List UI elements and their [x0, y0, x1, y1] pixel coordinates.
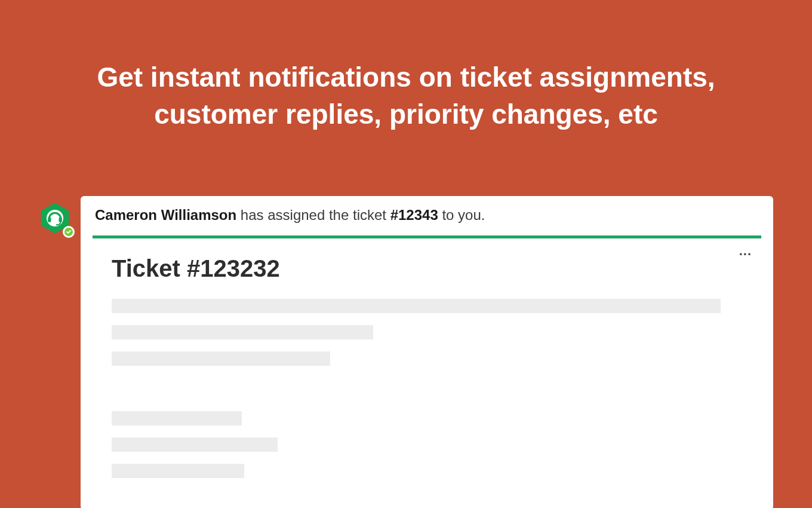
ticket-title: Ticket #123232 [112, 255, 753, 282]
ticket-body: ··· Ticket #123232 [81, 238, 773, 490]
app-avatar [39, 202, 71, 234]
notification-actor: Cameron Williamson [95, 207, 236, 223]
svg-rect-3 [59, 217, 61, 222]
check-icon [63, 226, 75, 238]
placeholder-line [112, 351, 330, 366]
ticket-content-placeholder [112, 299, 753, 478]
notification-card-wrap: Cameron Williamson has assigned the tick… [81, 196, 773, 508]
placeholder-line [112, 299, 721, 313]
page-headline: Get instant notifications on ticket assi… [0, 0, 812, 133]
placeholder-line [112, 411, 242, 426]
notification-verb-prefix: has assigned the ticket [236, 207, 390, 223]
notification-ticket-ref: #12343 [390, 207, 438, 223]
notification-verb-suffix: to you. [438, 207, 485, 223]
notification-message: Cameron Williamson has assigned the tick… [81, 196, 773, 235]
placeholder-line [112, 464, 244, 478]
placeholder-line [112, 437, 278, 452]
svg-rect-2 [48, 217, 51, 222]
more-icon[interactable]: ··· [736, 243, 755, 266]
placeholder-line [112, 325, 373, 339]
notification-card: Cameron Williamson has assigned the tick… [81, 196, 773, 508]
